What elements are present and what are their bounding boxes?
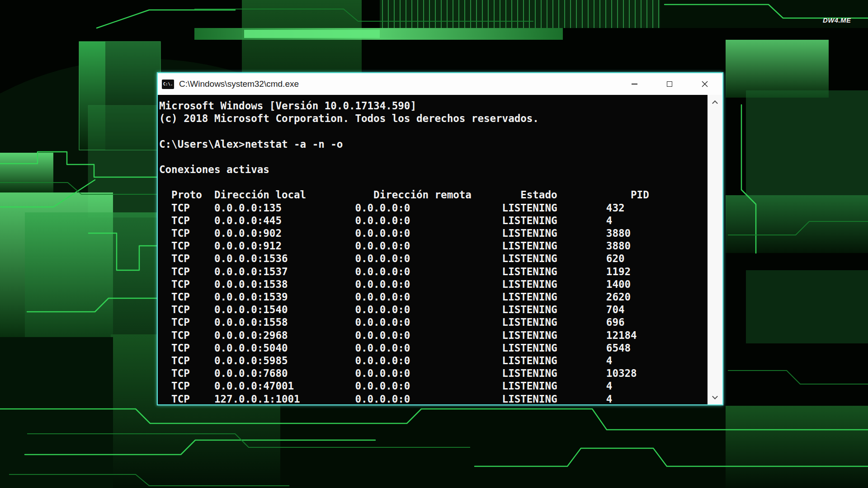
minimize-icon <box>632 84 637 84</box>
title-bar[interactable]: C:\. C:\Windows\system32\cmd.exe <box>158 73 722 95</box>
chevron-down-icon <box>712 394 718 399</box>
cmd-window: C:\. C:\Windows\system32\cmd.exe Microso… <box>157 72 723 405</box>
window-controls <box>617 73 722 95</box>
window-title: C:\Windows\system32\cmd.exe <box>179 79 617 89</box>
terminal-scrollbar[interactable] <box>708 95 722 404</box>
terminal-output: Microsoft Windows [Versión 10.0.17134.59… <box>158 95 722 404</box>
scroll-down-button[interactable] <box>708 391 722 404</box>
maximize-button[interactable] <box>652 73 687 95</box>
cmd-icon: C:\. <box>162 80 174 89</box>
scrollbar-track[interactable] <box>708 108 722 391</box>
scroll-up-button[interactable] <box>708 95 722 108</box>
minimize-button[interactable] <box>617 73 652 95</box>
close-icon <box>702 81 708 87</box>
chevron-up-icon <box>712 100 718 106</box>
close-button[interactable] <box>687 73 722 95</box>
maximize-icon <box>667 81 672 87</box>
watermark: DW4.ME <box>823 16 851 24</box>
cmd-icon-label: C:\. <box>163 82 173 86</box>
terminal-body[interactable]: Microsoft Windows [Versión 10.0.17134.59… <box>158 95 722 404</box>
